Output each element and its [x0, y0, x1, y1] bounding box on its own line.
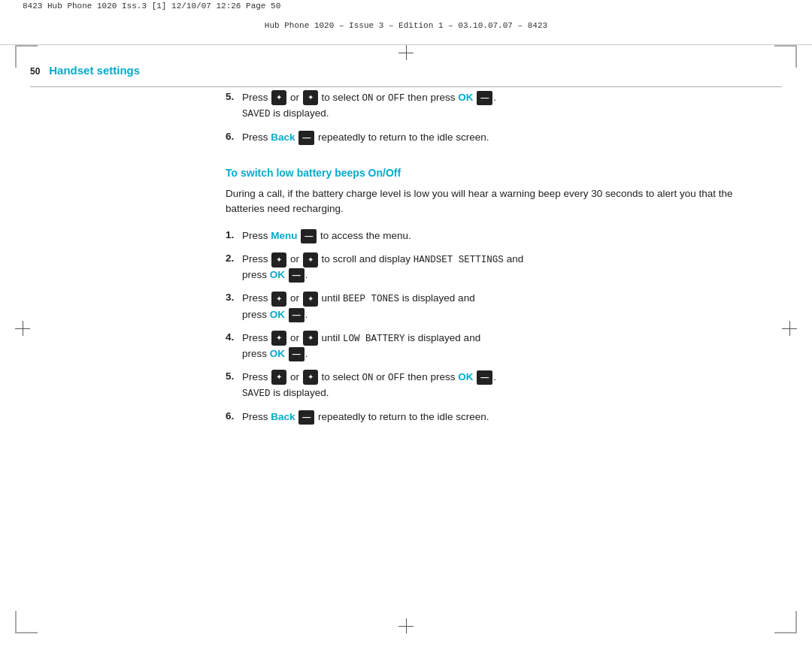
saved-label-1: SAVED [242, 109, 271, 119]
ok-button-icon: — [477, 91, 492, 105]
step-5: 5. Press or to select ON or OFF then pre… [226, 370, 774, 402]
ok-label: OK [458, 92, 473, 103]
label-off: OFF [388, 93, 405, 104]
step-4: 4. Press or until LOW BATTERY is display… [226, 331, 774, 362]
ok-icon-3: — [289, 308, 304, 322]
header-bottom-line: Hub Phone 1020 – Issue 3 – Edition 1 – 0… [265, 21, 547, 30]
header: 8423 Hub Phone 1020 Iss.3 [1] 12/10/07 1… [0, 0, 812, 45]
low-battery-label: LOW BATTERY [343, 334, 405, 344]
corner-mark-br [774, 611, 797, 633]
label-on: ON [362, 93, 374, 104]
step-num-5-initial: 5. [226, 90, 242, 102]
crosshair-bottom [398, 618, 414, 633]
nav-icon-2a [271, 252, 286, 268]
ok-icon-5: — [477, 370, 492, 385]
step-content-2: Press or to scroll and display HANDSET S… [242, 252, 774, 283]
step-num-4: 4. [226, 331, 242, 343]
step-content-6: Press Back — repeatedly to return to the… [242, 410, 774, 425]
nav-icon-down [303, 90, 318, 105]
ok-icon-4: — [289, 347, 304, 361]
crosshair-top [398, 45, 414, 60]
menu-label: Menu [271, 230, 297, 241]
nav-icon-4a [271, 331, 286, 346]
step-num-3: 3. [226, 291, 242, 303]
step-content-3: Press or until BEEP TONES is displayed a… [242, 291, 774, 322]
step-2: 2. Press or to scroll and display HANDSE… [226, 252, 774, 283]
step-content-5: Press or to select ON or OFF then press … [242, 370, 774, 402]
ok-icon-2: — [289, 268, 304, 283]
section-title: Handset settings [49, 64, 140, 77]
page-number: 50 [30, 66, 40, 77]
step-initial-6: 6. Press Back — repeatedly to return to … [226, 130, 774, 146]
nav-icon-4b [303, 331, 318, 346]
step-content-6-initial: Press Back — repeatedly to return to the… [242, 130, 774, 146]
step-1: 1. Press Menu — to access the menu. [226, 228, 774, 244]
step-6: 6. Press Back — repeatedly to return to … [226, 410, 774, 425]
nav-icon-2b [303, 252, 318, 268]
step-content-4: Press or until LOW BATTERY is displayed … [242, 331, 774, 362]
section-divider [30, 86, 782, 87]
ok-label-2: OK [270, 269, 285, 280]
back-label-2: Back [271, 411, 295, 422]
subsection-description: During a call, if the battery charge lev… [226, 186, 774, 217]
back-label-1: Back [271, 132, 295, 143]
ok-label-5: OK [458, 371, 473, 382]
back-button-icon-1: — [298, 131, 314, 145]
ok-label-3: OK [270, 309, 285, 320]
saved-label-5: SAVED [242, 388, 271, 399]
subsection-title: To switch low battery beeps On/Off [226, 167, 774, 179]
step-num-5: 5. [226, 370, 242, 382]
step-content-5-initial: Press or to select ON or OFF then press … [242, 90, 774, 122]
ok-label-4: OK [270, 348, 285, 359]
step-content-1: Press Menu — to access the menu. [242, 228, 774, 244]
step-3: 3. Press or until BEEP TONES is displaye… [226, 291, 774, 322]
crosshair-right [782, 321, 797, 336]
beep-tones-label: BEEP TONES [343, 294, 399, 304]
menu-button-icon: — [301, 229, 317, 243]
nav-icon-3a [271, 292, 286, 307]
off-label-5: OFF [388, 373, 405, 383]
page-section-header: 50 Handset settings [30, 64, 140, 77]
nav-icon-up [271, 90, 286, 105]
nav-icon-5a [271, 370, 286, 385]
step-initial-5: 5. Press or to select ON or OFF then pre… [226, 90, 774, 122]
step-num-6-initial: 6. [226, 130, 242, 142]
nav-icon-5b [303, 370, 318, 385]
back-button-icon-2: — [298, 410, 314, 425]
step-num-6: 6. [226, 410, 242, 422]
content-area: 5. Press or to select ON or OFF then pre… [226, 90, 774, 611]
step-num-1: 1. [226, 228, 242, 240]
corner-mark-tr [774, 45, 797, 68]
step-num-2: 2. [226, 252, 242, 264]
handset-settings-label: HANDSET SETTINGS [414, 255, 504, 265]
header-top-line: 8423 Hub Phone 1020 Iss.3 [1] 12/10/07 1… [23, 2, 280, 11]
on-label-5: ON [362, 373, 374, 383]
crosshair-left [15, 321, 30, 336]
nav-icon-3b [303, 292, 318, 307]
corner-mark-bl [15, 611, 38, 633]
